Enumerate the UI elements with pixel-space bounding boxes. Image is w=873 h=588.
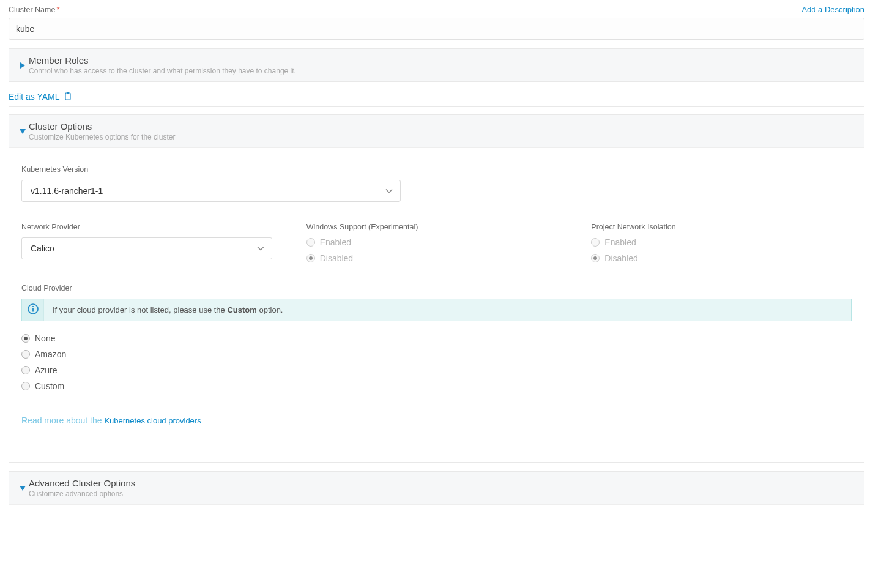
chevron-right-icon [17,62,29,69]
cloud-provider-none-radio[interactable]: None [21,333,852,343]
radio-icon [306,254,315,262]
network-provider-label: Network Provider [21,223,282,231]
svg-rect-1 [65,93,70,100]
cloud-provider-azure-radio[interactable]: Azure [21,365,852,375]
cloud-provider-info-banner: If your cloud provider is not listed, pl… [21,299,852,321]
windows-support-enabled-radio: Enabled [306,237,567,247]
network-provider-value: Calico [22,238,272,259]
project-iso-enabled-radio: Enabled [591,237,852,247]
info-text-bold: Custom [227,305,256,314]
radio-icon [21,382,30,390]
chevron-down-icon [17,486,29,491]
cloud-provider-amazon-radio[interactable]: Amazon [21,349,852,359]
member-roles-title: Member Roles [29,55,856,65]
advanced-options-subtitle: Customize advanced options [29,489,856,498]
cloud-provider-custom-radio[interactable]: Custom [21,381,852,391]
cluster-options-title: Cluster Options [29,121,856,132]
svg-rect-5 [32,308,34,312]
edit-as-yaml-link[interactable]: Edit as YAML [9,92,60,102]
svg-marker-7 [20,486,26,491]
member-roles-accordion[interactable]: Member Roles Control who has access to t… [9,48,864,82]
clipboard-icon[interactable] [64,92,72,101]
member-roles-subtitle: Control who has access to the cluster an… [29,67,856,75]
cluster-name-input[interactable] [9,18,864,40]
windows-support-label: Windows Support (Experimental) [306,223,567,231]
cloud-providers-doc-link[interactable]: Kubernetes cloud providers [104,416,201,425]
radio-icon [306,238,315,247]
radio-icon [21,334,30,343]
advanced-options-accordion-header[interactable]: Advanced Cluster Options Customize advan… [9,472,864,504]
k8s-version-select[interactable]: v1.11.6-rancher1-1 [21,180,401,202]
cloud-provider-label: Cloud Provider [21,284,852,292]
svg-rect-6 [32,306,34,307]
svg-marker-3 [20,129,26,134]
info-text-prefix: If your cloud provider is not listed, pl… [53,305,227,314]
info-text-suffix: option. [257,305,283,314]
radio-icon [591,238,600,247]
cluster-options-accordion-header[interactable]: Cluster Options Customize Kubernetes opt… [9,115,864,147]
radio-icon [591,254,600,262]
advanced-options-title: Advanced Cluster Options [29,478,856,488]
project-iso-disabled-radio: Disabled [591,253,852,263]
required-indicator: * [56,5,59,14]
add-description-link[interactable]: Add a Description [801,5,864,14]
readmore-prefix: Read more about the [21,415,104,425]
cluster-options-subtitle: Customize Kubernetes options for the clu… [29,133,856,141]
cluster-name-label: Cluster Name [9,6,55,14]
svg-rect-2 [67,92,69,94]
k8s-version-label: Kubernetes Version [21,165,852,174]
network-provider-select[interactable]: Calico [21,237,272,259]
svg-marker-0 [20,62,25,69]
windows-support-disabled-radio: Disabled [306,253,567,263]
chevron-down-icon [17,129,29,134]
radio-icon [21,350,30,359]
k8s-version-value: v1.11.6-rancher1-1 [22,180,400,201]
info-icon [28,303,39,316]
radio-icon [21,366,30,374]
project-iso-label: Project Network Isolation [591,223,852,231]
